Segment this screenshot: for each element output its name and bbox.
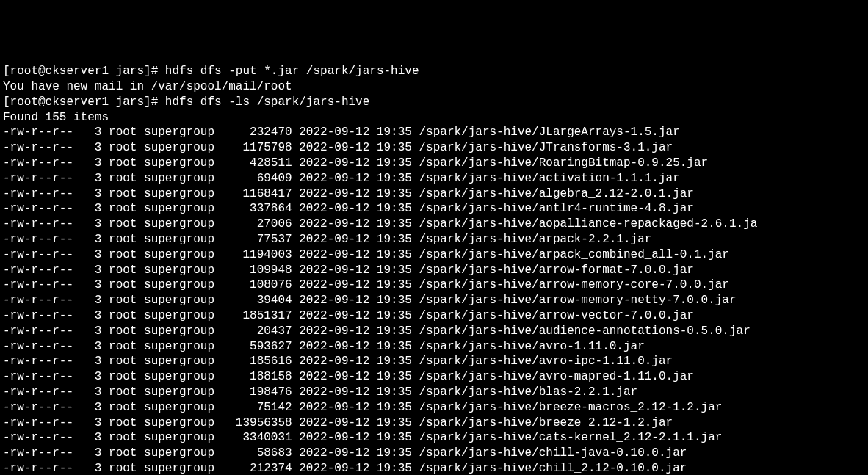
terminal-output[interactable]: [root@ckserver1 jars]# hdfs dfs -put *.j…	[3, 64, 865, 475]
